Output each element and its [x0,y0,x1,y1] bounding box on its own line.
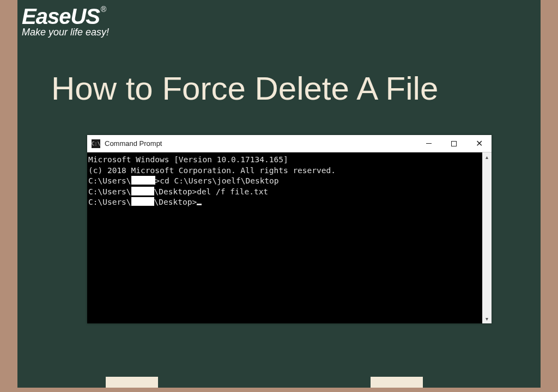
terminal-area: Microsoft Windows [Version 10.0.17134.16… [87,152,492,323]
terminal-output[interactable]: Microsoft Windows [Version 10.0.17134.16… [87,152,482,323]
decorative-block [371,377,423,388]
terminal-line: Microsoft Windows [Version 10.0.17134.16… [88,155,481,166]
vertical-scrollbar[interactable]: ▴ ▾ [482,152,492,323]
terminal-line: (c) 2018 Microsoft Corporation. All righ… [88,166,481,176]
redacted-username [131,187,154,195]
brand-name: EaseUS® [22,4,109,29]
cmd-icon-text: C:\ [92,141,100,146]
window-title: Command Prompt [105,139,162,148]
decorative-block [106,377,158,388]
brand-text: EaseUS [22,4,100,28]
terminal-line: C:\Users\>cd C:\Users\joelf\Desktop [88,176,481,187]
cursor-icon [197,204,202,205]
slide-title: How to Force Delete A File [51,70,438,107]
close-button[interactable]: ✕ [466,135,492,152]
minimize-button[interactable] [416,135,441,152]
minimize-icon [426,143,432,144]
brand-logo: EaseUS® Make your life easy! [22,4,109,38]
terminal-line: C:\Users\\Desktop> [88,197,481,208]
slide-panel: EaseUS® Make your life easy! How to Forc… [17,0,541,388]
scroll-up-icon[interactable]: ▴ [482,152,492,162]
window-titlebar: C:\ Command Prompt ✕ [87,135,492,152]
command-prompt-window: C:\ Command Prompt ✕ Microsoft Windows [… [87,135,492,323]
cmd-icon: C:\ [92,139,100,148]
close-icon: ✕ [476,139,483,148]
maximize-button[interactable] [441,135,466,152]
scroll-down-icon[interactable]: ▾ [482,314,492,323]
terminal-line: C:\Users\\Desktop>del /f file.txt [88,187,481,198]
maximize-icon [451,141,457,146]
redacted-username [131,197,154,206]
registered-mark: ® [101,5,106,14]
redacted-username [131,176,155,185]
